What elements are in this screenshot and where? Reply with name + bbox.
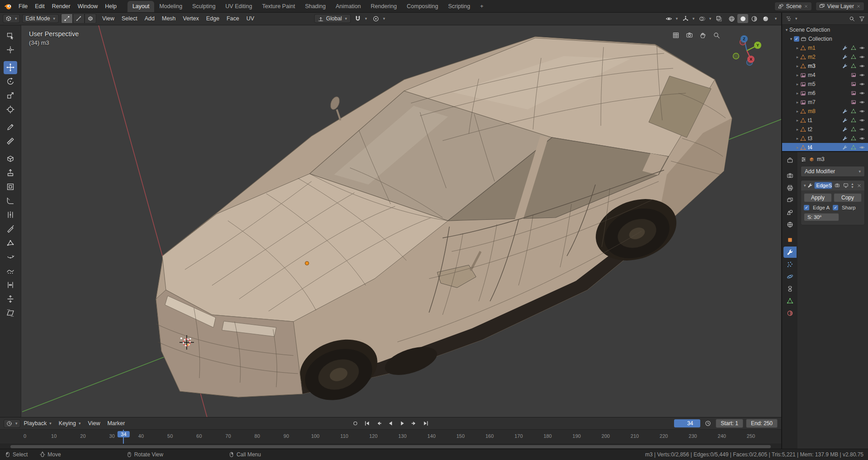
tool-extrude[interactable] [4,166,17,180]
workspace-tab-scripting[interactable]: Scripting [443,1,475,12]
timeline-editor-type-button[interactable]: ▾ [4,419,20,428]
outliner-row-m2[interactable]: ▸m2 [782,52,868,62]
playback-play-reverse-button[interactable] [385,419,396,428]
unlink-scene-icon[interactable] [804,4,808,9]
navigation-gizmo[interactable]: Z Y X [723,29,773,74]
view-layer-selector[interactable]: View Layer [816,2,864,11]
eye-icon[interactable] [859,54,865,60]
workspace-tab-uv-editing[interactable]: UV Editing [221,1,257,12]
properties-tab-physics[interactable] [783,271,797,282]
outliner-editor-icon[interactable] [784,14,793,23]
orientation-dropdown[interactable]: Global▾ [314,14,350,23]
tool-loop-cut[interactable] [4,209,17,222]
eye-icon[interactable] [859,109,865,114]
timeline-menu-keying[interactable]: Keying ▾ [55,419,85,428]
scene-selector[interactable]: Scene [774,2,812,11]
edge-angle-checkbox[interactable]: ✓ [804,205,809,210]
meshdata-icon[interactable] [851,54,856,60]
eye-icon[interactable] [859,136,865,141]
visibility-dropdown[interactable]: ▾ [674,14,679,23]
menu-render[interactable]: Render [48,2,74,11]
playback-auto-key-button[interactable] [350,419,361,428]
sharp-edges-checkbox[interactable]: ✓ [833,205,838,210]
properties-tab-render[interactable] [783,170,797,181]
copy-button[interactable]: Copy [834,193,862,202]
workspace-tab-shading[interactable]: Shading [300,1,331,12]
meshdata-icon[interactable] [851,136,856,141]
shading-material-button[interactable] [749,14,760,23]
outliner-row-m1[interactable]: ▸m1 [782,43,868,52]
properties-tab-tool[interactable] [783,155,797,166]
modifier-expand-icon[interactable]: ▾ [804,183,806,188]
meshdata-icon[interactable] [851,109,856,114]
eye-icon[interactable] [859,81,865,87]
wrench-icon[interactable] [842,127,848,132]
tool-knife[interactable] [4,223,17,236]
modifier-realtime-toggle[interactable] [842,182,849,189]
unlink-view-layer-icon[interactable] [856,4,861,9]
tool-select-box[interactable] [4,29,17,43]
frame-end-field[interactable]: End: 250 [746,419,778,428]
outliner-row-m3[interactable]: ▸m3 [782,62,868,71]
tool-poly-build[interactable] [4,237,17,250]
workspace-tab-layout[interactable]: Layout [127,1,155,12]
show-gizmo-toggle[interactable] [680,14,690,23]
properties-tab-material[interactable] [783,308,797,319]
outliner-row-t4[interactable]: ▸t4 [782,143,868,151]
edge-select-mode-button[interactable] [73,14,85,24]
toggle-xray-toggle[interactable] [714,14,724,23]
eye-icon[interactable] [859,145,865,150]
tool-smooth[interactable] [4,265,17,278]
modifier-reorder-buttons[interactable]: ▲▼ [851,182,854,189]
tool-spin[interactable] [4,251,17,264]
meshdata-icon[interactable] [851,45,856,51]
viewport-magnifier-icon[interactable] [712,31,722,40]
properties-tab-object-data[interactable] [783,295,797,307]
tool-bevel[interactable] [4,194,17,208]
tool-cursor[interactable] [4,43,17,57]
snap-dropdown[interactable]: ▾ [363,14,369,23]
viewport-menu-select[interactable]: Select [118,14,141,23]
wrench-icon[interactable] [842,63,848,69]
modifier-render-toggle[interactable] [834,182,841,189]
playback-next-keyframe-button[interactable] [409,419,420,428]
tool-edge-slide[interactable] [4,279,17,292]
mode-dropdown[interactable]: Edit Mode▾ [22,14,59,23]
viewport-menu-vertex[interactable]: Vertex [179,14,203,23]
tool-annotate[interactable] [4,121,17,134]
current-frame-field[interactable]: 34 [674,419,700,427]
shading-dropdown[interactable]: ▾ [773,14,778,23]
meshdata-icon[interactable] [851,63,856,69]
show-overlays-dropdown[interactable]: ▾ [708,14,713,23]
meshdata-icon[interactable] [851,127,856,132]
workspace-tab-texture-paint[interactable]: Texture Paint [257,1,300,12]
properties-tab-world[interactable] [783,219,797,230]
eye-icon[interactable] [859,127,865,132]
tool-measure[interactable] [4,135,17,148]
modifier-name-field[interactable]: EdgeSplit [814,182,833,189]
viewport-menu-uv[interactable]: UV [243,14,258,23]
image-icon[interactable] [851,90,856,96]
properties-tab-modifiers[interactable] [783,247,797,258]
tool-rotate[interactable] [4,75,17,88]
viewport-camera-icon[interactable] [684,31,694,40]
viewport-3d[interactable]: User Perspective (34) m3 Z Y X [0,25,781,417]
outliner-search-icon[interactable] [848,14,856,23]
visibility-toggle[interactable] [664,14,674,23]
menu-edit[interactable]: Edit [31,2,48,11]
preview-range-button[interactable] [703,419,713,428]
meshdata-icon[interactable] [851,118,856,123]
image-icon[interactable] [851,100,856,105]
tool-shear[interactable] [4,307,17,320]
menu-help[interactable]: Help [101,2,120,11]
wrench-icon[interactable] [842,118,848,123]
outliner-row-m7[interactable]: ▸m7 [782,98,868,107]
timeline-ruler[interactable]: 34 0102030405060708090100110120130140150… [0,430,781,444]
show-gizmo-dropdown[interactable]: ▾ [691,14,696,23]
playback-jump-end-button[interactable] [420,419,431,428]
outliner-row-t1[interactable]: ▸t1 [782,116,868,125]
blender-logo-icon[interactable] [4,3,12,10]
shading-rendered-button[interactable] [760,14,771,23]
playback-prev-keyframe-button[interactable] [373,419,384,428]
collection-checkbox[interactable]: ✓ [794,36,799,42]
